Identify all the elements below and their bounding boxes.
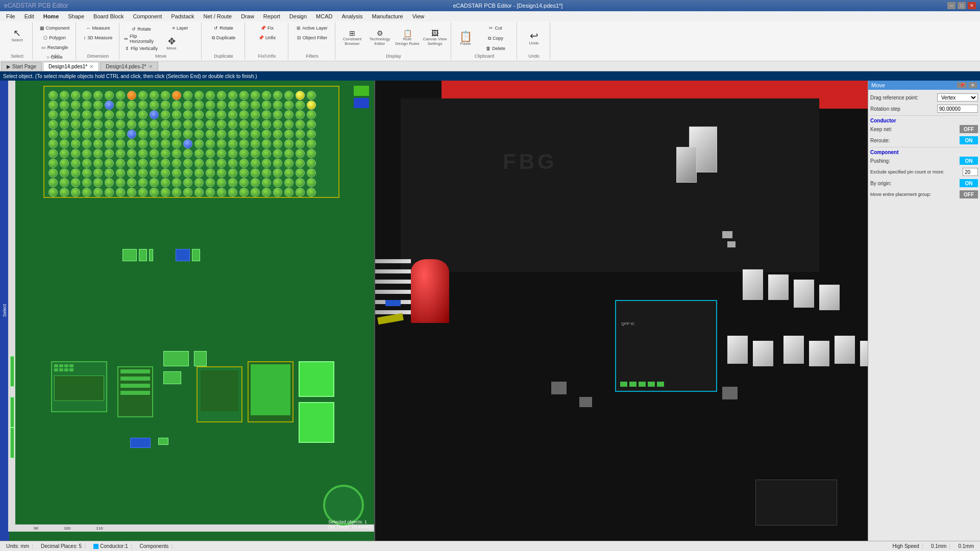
start-page-tab[interactable]: ▶ Start Page — [1, 62, 42, 71]
menu-boardblock[interactable]: Board Block — [89, 12, 128, 20]
vert-conn-3 — [10, 428, 14, 458]
bga-dot — [161, 110, 170, 119]
dimension-group-label: Dimension — [87, 54, 109, 59]
drag-ref-select[interactable]: Vertex — [937, 93, 978, 102]
bga-dot — [262, 91, 271, 100]
exclude-input[interactable] — [963, 168, 978, 176]
measure-button[interactable]: ↔ Measure — [80, 23, 116, 33]
design14-3d-tab-close[interactable]: ✕ — [149, 64, 153, 69]
by-origin-toggle[interactable]: ON — [960, 179, 978, 187]
white-conn-b4 — [809, 341, 829, 366]
canvas-button[interactable]: 🖼 Canvas ViewSettings — [422, 23, 448, 52]
component-button[interactable]: ▦ Component — [37, 23, 72, 33]
design14-3d-tab[interactable]: Design14.pdes-2* ✕ — [100, 62, 158, 71]
comp-small-2 — [139, 249, 147, 261]
menu-component[interactable]: Component — [129, 12, 166, 20]
ic-pins — [52, 362, 106, 373]
undo-group-label: Undo — [528, 54, 540, 59]
cut-button[interactable]: ✂ Cut — [478, 23, 513, 33]
menu-shape[interactable]: Shape — [64, 12, 88, 20]
bga-dot — [127, 130, 136, 139]
fixunfix-group: 📌 Fix 📌 Unfix Fix/Unfix — [246, 22, 288, 60]
keep-net-toggle[interactable]: OFF — [960, 125, 978, 133]
bga-dot — [251, 149, 260, 158]
sidebar-select-label: Select — [2, 304, 7, 317]
rectangle-label: Rectangle — [47, 45, 68, 50]
swatch-green — [354, 86, 369, 96]
dup-rotate-button[interactable]: ↺ Rotate — [206, 23, 241, 33]
small-conn — [158, 438, 168, 445]
unfix-button[interactable]: 📌 Unfix — [249, 33, 285, 42]
bga-dot — [127, 110, 136, 119]
menu-draw[interactable]: Draw — [237, 12, 258, 20]
rotation-step-label: Rotation step — [870, 106, 937, 112]
layer-button[interactable]: ≡ Layer — [162, 23, 198, 33]
select-button[interactable]: ↖ Select — [8, 23, 27, 47]
bga-dot — [296, 178, 305, 187]
rectangle-button[interactable]: ▭ Rectangle — [37, 43, 72, 52]
3dmeasure-button[interactable]: ↕ 3D Measure — [80, 33, 116, 42]
menu-analysis[interactable]: Analysis — [338, 12, 367, 20]
panel-close-button[interactable]: ✕ — [969, 82, 977, 88]
menu-file[interactable]: File — [2, 12, 19, 20]
rotate-icon: ↺ — [132, 27, 136, 32]
menu-mcad[interactable]: MCAD — [312, 12, 336, 20]
bga-dot — [172, 91, 181, 100]
menu-view[interactable]: View — [408, 12, 429, 20]
delete-button[interactable]: 🗑 Delete — [478, 44, 513, 53]
bga-dot — [194, 159, 204, 168]
design14-tab-close[interactable]: ✕ — [89, 64, 93, 69]
bga-dot — [206, 101, 215, 110]
panel-pin-button[interactable]: 📌 — [957, 82, 967, 88]
3d-viewport[interactable]: FBG QFP IC — [375, 81, 868, 541]
title-text: eCADSTAR PCB Editor - [Design14.pdes1*] — [68, 3, 947, 9]
rotation-step-input[interactable] — [937, 105, 978, 113]
bga-dot — [307, 101, 316, 110]
technology-button[interactable]: ⚙ TechnologyEditor — [367, 23, 393, 52]
bga-dot — [71, 149, 80, 158]
flip-h-button[interactable]: ⇔ Flip Horizontally — [124, 34, 159, 43]
menu-netroute[interactable]: Net / Route — [200, 12, 236, 20]
paste-button[interactable]: 📋 Paste — [455, 24, 476, 53]
menu-home[interactable]: Home — [39, 12, 63, 20]
design14-tab[interactable]: Design14.pdes1* ✕ — [43, 62, 99, 71]
bga-dot — [307, 139, 316, 148]
undo-button[interactable]: ↩ Undo — [521, 23, 547, 52]
minimize-button[interactable]: ─ — [947, 2, 955, 9]
menu-manufacture[interactable]: Manufacture — [368, 12, 407, 20]
copy-button[interactable]: ⧉ Copy — [478, 34, 513, 43]
bga-dot — [127, 188, 136, 197]
pushing-toggle[interactable]: ON — [960, 157, 978, 165]
white-conn-r1 — [743, 269, 763, 300]
ic-text: QFP IC — [621, 321, 635, 326]
flip-v-button[interactable]: ⇕ Flip Vertically — [124, 44, 159, 53]
white-conn-r3 — [794, 280, 814, 308]
polygon-button[interactable]: ⬠ Polygon — [37, 33, 72, 42]
bga-dot — [161, 101, 170, 110]
reroute-toggle[interactable]: ON — [960, 136, 978, 144]
med-block-3 — [163, 371, 181, 384]
ruler-label-110: 110 — [96, 526, 103, 531]
pcb-viewport[interactable]: Select 90 100 110 — [0, 81, 375, 541]
menu-report[interactable]: Report — [259, 12, 284, 20]
bga-dot — [71, 110, 80, 119]
small-gray-3 — [722, 387, 738, 399]
menu-padstack[interactable]: Padstack — [167, 12, 198, 20]
fix-button[interactable]: 📌 Fix — [249, 23, 285, 33]
active-layer-button[interactable]: ⊞ Active Layer — [295, 23, 330, 33]
fixunfix-group-label: Fix/Unfix — [258, 54, 276, 59]
rule-button[interactable]: 📋 RuleDesign Rules — [395, 23, 420, 52]
maximize-button[interactable]: □ — [958, 2, 966, 9]
object-filter-button[interactable]: ⊟ Object Filter — [295, 33, 330, 42]
move-button[interactable]: ✥ Move — [162, 33, 181, 54]
move-entire-toggle[interactable]: OFF — [960, 190, 978, 198]
pin — [54, 364, 58, 367]
menu-design[interactable]: Design — [285, 12, 311, 20]
menu-edit[interactable]: Edit — [20, 12, 38, 20]
close-button[interactable]: ✕ — [968, 2, 976, 9]
rotate-button[interactable]: ↺ Rotate — [124, 24, 159, 34]
constraint-button[interactable]: ⊞ ConstraintBrowser — [339, 23, 365, 52]
qfp-pin — [120, 384, 150, 388]
statusbar: Units: mm Decimal Places: 5 Conductor:1 … — [0, 541, 980, 551]
duplicate-button[interactable]: ⧉ Duplicate — [206, 33, 241, 42]
